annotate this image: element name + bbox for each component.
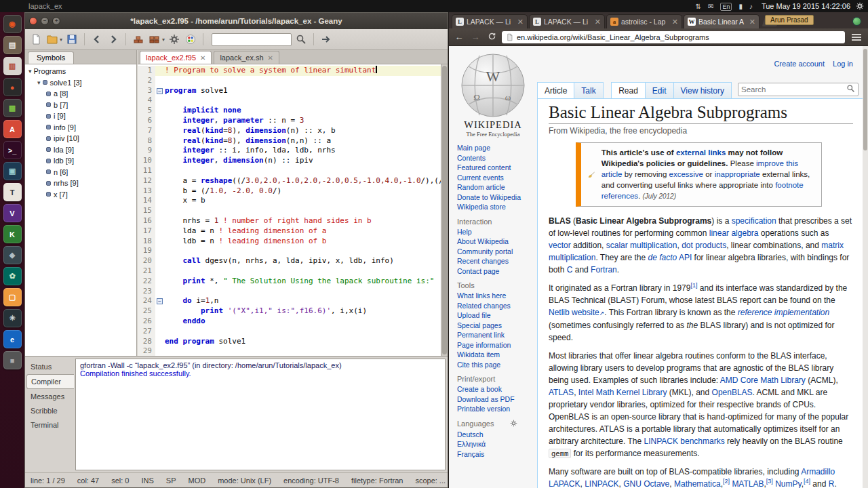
page-tab-view-history[interactable]: View history bbox=[673, 82, 732, 98]
browser-menu-icon[interactable] bbox=[852, 37, 861, 38]
code-line[interactable]: 1! Program to solve a system of linear s… bbox=[138, 66, 441, 76]
fold-marker-icon[interactable]: − bbox=[157, 88, 163, 94]
symbol-item[interactable]: b [7] bbox=[25, 100, 136, 111]
code-line[interactable]: 13 b = (/1.0, -2.0, 0.0/) bbox=[138, 186, 441, 197]
launcher-web-app[interactable]: ✳ bbox=[3, 309, 22, 327]
launcher-terminal[interactable]: >_ bbox=[3, 141, 22, 159]
personal-link[interactable]: Create account bbox=[774, 60, 825, 68]
code-line[interactable]: 18 ldb = n ! leading dimension of b bbox=[138, 237, 441, 247]
editor-tab[interactable]: lapack_ex2.f95✕ bbox=[140, 51, 212, 64]
code-line[interactable]: 5 implicit none bbox=[138, 106, 441, 116]
symbol-item[interactable]: n [6] bbox=[25, 167, 136, 178]
wiki-link[interactable]: Intel Math Kernel Library bbox=[578, 388, 667, 397]
tab-close-icon[interactable]: ✕ bbox=[672, 18, 678, 26]
editor-tab[interactable]: lapack_ex.sh✕ bbox=[214, 51, 279, 64]
code-line[interactable]: 28end program solve1 bbox=[138, 337, 441, 347]
back-icon[interactable] bbox=[90, 33, 104, 46]
network-icon[interactable]: ⇅ bbox=[696, 3, 701, 10]
code-line[interactable]: 20 call dgesv(n, nrhs, a, lda, ipiv, x, … bbox=[138, 256, 441, 266]
wiki-link[interactable]: vector bbox=[549, 241, 571, 250]
sidebar-link[interactable]: Printable version bbox=[457, 404, 537, 414]
build-icon[interactable] bbox=[148, 33, 161, 46]
wiki-link[interactable]: inappropriate bbox=[715, 170, 760, 178]
tab-close-icon[interactable]: ✕ bbox=[268, 54, 273, 62]
message-tab-terminal[interactable]: Terminal bbox=[26, 418, 74, 432]
build-dropdown[interactable]: ▾ bbox=[162, 37, 165, 43]
tab-close-icon[interactable]: ✕ bbox=[749, 18, 755, 26]
sidebar-link[interactable]: Permanent link bbox=[457, 330, 537, 340]
message-tab-status[interactable]: Status bbox=[26, 360, 74, 373]
wiki-link[interactable]: external links bbox=[676, 148, 726, 157]
code-editor[interactable]: 1! Program to solve a system of linear s… bbox=[138, 64, 441, 356]
code-line[interactable]: 8 real(kind=8), dimension(n,n) :: a bbox=[138, 136, 441, 146]
battery-icon[interactable]: ▮ bbox=[738, 3, 743, 10]
sidebar-link[interactable]: Page information bbox=[457, 340, 537, 350]
code-line[interactable]: 23 bbox=[138, 287, 441, 297]
wiki-search-input[interactable] bbox=[741, 85, 846, 94]
launcher-kile[interactable]: K bbox=[3, 225, 22, 243]
wiki-link[interactable]: API bbox=[679, 253, 692, 262]
symbol-item[interactable]: x [7] bbox=[25, 189, 136, 201]
wiki-link[interactable]: de facto bbox=[648, 253, 677, 262]
execute-icon[interactable] bbox=[167, 33, 181, 46]
symbol-item[interactable]: a [8] bbox=[25, 88, 136, 100]
compiler-output[interactable]: gfortran -Wall -c “lapack_ex2.f95” (in d… bbox=[75, 359, 446, 470]
sidebar-link[interactable]: Main page bbox=[457, 143, 537, 153]
editor-scrollbar[interactable] bbox=[441, 64, 448, 356]
wiki-link[interactable]: excessive bbox=[669, 170, 704, 178]
save-file-icon[interactable] bbox=[65, 33, 79, 46]
sidebar-link[interactable]: Related changes bbox=[457, 301, 537, 311]
wikipedia-globe-logo[interactable]: W Ω ω bbox=[459, 52, 527, 119]
window-maximize-button[interactable]: + bbox=[52, 17, 60, 25]
code-line[interactable]: 24− do i=1,n bbox=[138, 296, 441, 306]
wiki-link[interactable]: scalar multiplication bbox=[606, 241, 677, 250]
code-line[interactable]: 27 bbox=[138, 327, 441, 337]
fold-marker-icon[interactable]: − bbox=[157, 298, 163, 304]
code-line[interactable]: 17 lda = n ! leading dimension of a bbox=[138, 226, 441, 237]
message-tab-compiler[interactable]: Compiler bbox=[26, 374, 74, 389]
search-magnifier-icon[interactable] bbox=[846, 83, 855, 96]
launcher-files[interactable]: ▤ bbox=[3, 36, 22, 54]
wiki-link[interactable]: [4] bbox=[804, 478, 810, 485]
sidebar-link[interactable]: Wikipedia store bbox=[457, 202, 537, 212]
wiki-link[interactable]: MATLAB bbox=[732, 479, 764, 488]
code-line[interactable]: 10 integer, dimension(n) :: ipiv bbox=[138, 156, 441, 166]
code-line[interactable]: 11 bbox=[138, 166, 441, 176]
wiki-link[interactable]: Armadillo bbox=[801, 467, 835, 476]
search-icon[interactable] bbox=[294, 33, 308, 46]
symbol-item[interactable]: ipiv [10] bbox=[25, 133, 136, 144]
code-line[interactable]: 15 bbox=[138, 206, 441, 216]
browser-tab[interactable]: WBasic Linear A✕ bbox=[684, 14, 760, 28]
wiki-link[interactable]: dot products bbox=[682, 241, 726, 250]
launcher-camera-app[interactable]: ◈ bbox=[3, 246, 22, 264]
code-line[interactable]: 29 bbox=[138, 346, 441, 356]
code-line[interactable]: 2 bbox=[138, 76, 441, 86]
code-line[interactable]: 19 bbox=[138, 246, 441, 256]
sidebar-link[interactable]: Contents bbox=[457, 153, 537, 163]
tab-close-icon[interactable]: ✕ bbox=[200, 54, 205, 62]
window-close-button[interactable] bbox=[29, 17, 37, 25]
wiki-link[interactable]: [1] bbox=[690, 282, 697, 289]
wiki-link[interactable]: specification bbox=[732, 216, 776, 226]
sidebar-link[interactable]: Recent changes bbox=[457, 256, 537, 266]
launcher-texmaker[interactable]: ✿ bbox=[3, 267, 22, 285]
wiki-link[interactable]: [2] bbox=[723, 478, 730, 485]
browser-tab[interactable]: aastroiisc - Lap✕ bbox=[606, 14, 682, 28]
sidebar-link[interactable]: About Wikipedia bbox=[457, 237, 537, 247]
panel-clock[interactable]: Tue May 19 2015 14:22:06 bbox=[762, 2, 850, 10]
tab-close-icon[interactable]: ✕ bbox=[517, 18, 524, 26]
sidebar-link[interactable]: Donate to Wikipedia bbox=[457, 192, 537, 203]
message-tab-messages[interactable]: Messages bbox=[26, 390, 74, 403]
sidebar-link[interactable]: Cite this page bbox=[457, 360, 537, 370]
code-line[interactable]: 3−program solve1 bbox=[138, 86, 441, 96]
sound-icon[interactable]: ♪ bbox=[749, 3, 753, 10]
compile-icon[interactable] bbox=[132, 33, 145, 46]
code-line[interactable]: 4 bbox=[138, 96, 441, 106]
open-file-icon[interactable] bbox=[45, 33, 59, 46]
profile-avatar[interactable] bbox=[852, 17, 861, 26]
forward-icon[interactable]: → bbox=[469, 32, 481, 42]
symbol-item[interactable]: nrhs [9] bbox=[25, 178, 136, 189]
sidebar-link[interactable]: Special pages bbox=[457, 321, 537, 331]
sidebar-link[interactable]: Download as PDF bbox=[457, 394, 537, 405]
wiki-link[interactable]: LAPACK bbox=[549, 479, 580, 488]
